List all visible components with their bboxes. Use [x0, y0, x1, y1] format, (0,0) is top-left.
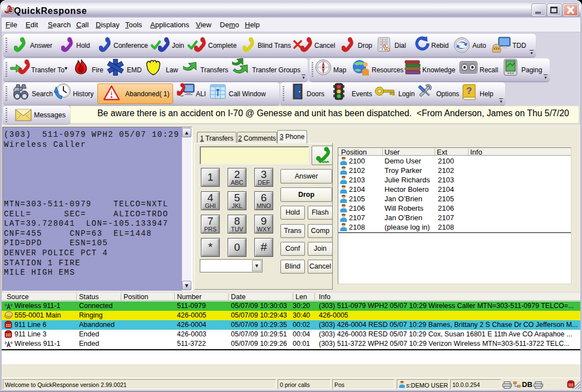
svg-text:?: ? — [466, 86, 472, 96]
svg-text:4: 4 — [380, 42, 381, 44]
svg-text:6: 6 — [386, 42, 387, 44]
svg-text:1: 1 — [380, 39, 381, 41]
svg-text:3: 3 — [386, 39, 387, 41]
svg-text:2: 2 — [383, 39, 384, 41]
svg-text:7: 7 — [380, 45, 381, 47]
